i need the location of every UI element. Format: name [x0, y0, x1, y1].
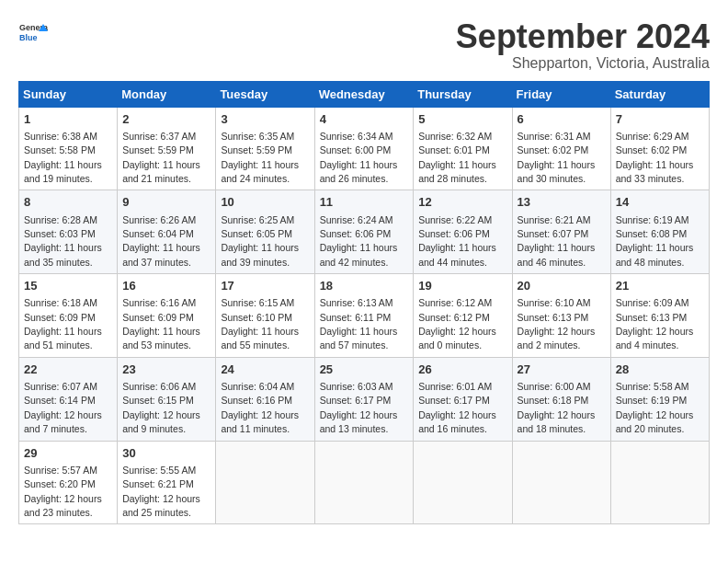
calendar-day-cell: 7Sunrise: 6:29 AMSunset: 6:02 PMDaylight… — [610, 107, 709, 190]
day-detail: Sunrise: 6:26 AMSunset: 6:04 PMDaylight:… — [122, 214, 200, 268]
day-number: 2 — [122, 111, 210, 128]
day-number: 27 — [518, 362, 606, 378]
calendar-day-cell: 19Sunrise: 6:12 AMSunset: 6:12 PMDayligh… — [414, 274, 512, 358]
calendar-day-cell: 28Sunrise: 5:58 AMSunset: 6:19 PMDayligh… — [610, 357, 709, 441]
day-detail: Sunrise: 6:35 AMSunset: 5:59 PMDaylight:… — [221, 131, 299, 184]
weekday-header: Wednesday — [314, 81, 414, 107]
calendar-day-cell: 11Sunrise: 6:24 AMSunset: 6:06 PMDayligh… — [314, 190, 414, 274]
calendar-day-cell — [610, 441, 709, 524]
calendar-day-cell: 29Sunrise: 5:57 AMSunset: 6:20 PMDayligh… — [19, 441, 118, 524]
day-detail: Sunrise: 6:31 AMSunset: 6:02 PMDaylight:… — [518, 131, 596, 184]
day-number: 26 — [418, 362, 506, 378]
day-number: 23 — [122, 362, 210, 378]
day-detail: Sunrise: 6:24 AMSunset: 6:06 PMDaylight:… — [320, 214, 398, 268]
day-detail: Sunrise: 5:57 AMSunset: 6:20 PMDaylight:… — [24, 465, 102, 518]
calendar-day-cell: 10Sunrise: 6:25 AMSunset: 6:05 PMDayligh… — [216, 190, 314, 274]
day-number: 18 — [320, 278, 409, 294]
calendar-header-row: SundayMondayTuesdayWednesdayThursdayFrid… — [19, 81, 710, 107]
day-number: 15 — [24, 278, 112, 294]
calendar-week-row: 8Sunrise: 6:28 AMSunset: 6:03 PMDaylight… — [19, 190, 710, 274]
calendar-day-cell: 24Sunrise: 6:04 AMSunset: 6:16 PMDayligh… — [216, 357, 314, 441]
day-number: 7 — [616, 111, 704, 128]
day-detail: Sunrise: 6:01 AMSunset: 6:17 PMDaylight:… — [418, 381, 496, 434]
calendar-day-cell: 21Sunrise: 6:09 AMSunset: 6:13 PMDayligh… — [610, 274, 709, 358]
day-number: 8 — [24, 194, 112, 211]
calendar-day-cell: 3Sunrise: 6:35 AMSunset: 5:59 PMDaylight… — [216, 107, 314, 190]
calendar-day-cell: 20Sunrise: 6:10 AMSunset: 6:13 PMDayligh… — [512, 274, 610, 358]
day-number: 1 — [24, 111, 112, 128]
day-number: 25 — [320, 362, 409, 378]
day-number: 4 — [320, 111, 409, 128]
weekday-header: Thursday — [414, 81, 512, 107]
calendar-day-cell — [314, 441, 414, 524]
day-number: 30 — [122, 445, 210, 462]
day-detail: Sunrise: 5:55 AMSunset: 6:21 PMDaylight:… — [122, 465, 200, 518]
day-number: 28 — [616, 362, 704, 378]
calendar-day-cell: 17Sunrise: 6:15 AMSunset: 6:10 PMDayligh… — [216, 274, 314, 358]
day-number: 17 — [221, 278, 309, 294]
calendar-day-cell: 27Sunrise: 6:00 AMSunset: 6:18 PMDayligh… — [512, 357, 610, 441]
calendar-day-cell: 14Sunrise: 6:19 AMSunset: 6:08 PMDayligh… — [610, 190, 709, 274]
day-detail: Sunrise: 6:03 AMSunset: 6:17 PMDaylight:… — [320, 381, 398, 434]
day-number: 5 — [418, 111, 506, 128]
page-header: General Blue September 2024 Shepparton, … — [18, 18, 710, 72]
calendar-day-cell — [216, 441, 314, 524]
calendar-week-row: 1Sunrise: 6:38 AMSunset: 5:58 PMDaylight… — [19, 107, 710, 190]
calendar-week-row: 22Sunrise: 6:07 AMSunset: 6:14 PMDayligh… — [19, 357, 710, 441]
day-detail: Sunrise: 6:34 AMSunset: 6:00 PMDaylight:… — [320, 131, 398, 184]
day-detail: Sunrise: 6:25 AMSunset: 6:05 PMDaylight:… — [221, 214, 299, 268]
day-detail: Sunrise: 5:58 AMSunset: 6:19 PMDaylight:… — [616, 381, 694, 434]
day-detail: Sunrise: 6:13 AMSunset: 6:11 PMDaylight:… — [320, 297, 398, 350]
day-detail: Sunrise: 6:09 AMSunset: 6:13 PMDaylight:… — [616, 297, 694, 350]
calendar-day-cell: 6Sunrise: 6:31 AMSunset: 6:02 PMDaylight… — [512, 107, 610, 190]
day-number: 22 — [24, 362, 112, 378]
day-number: 13 — [518, 194, 606, 211]
calendar-day-cell: 30Sunrise: 5:55 AMSunset: 6:21 PMDayligh… — [118, 441, 216, 524]
day-detail: Sunrise: 6:38 AMSunset: 5:58 PMDaylight:… — [24, 131, 102, 184]
calendar-day-cell: 26Sunrise: 6:01 AMSunset: 6:17 PMDayligh… — [414, 357, 512, 441]
day-number: 21 — [616, 278, 704, 294]
day-detail: Sunrise: 6:04 AMSunset: 6:16 PMDaylight:… — [221, 381, 299, 434]
day-detail: Sunrise: 6:07 AMSunset: 6:14 PMDaylight:… — [24, 381, 102, 434]
svg-text:Blue: Blue — [19, 33, 38, 42]
calendar-day-cell: 1Sunrise: 6:38 AMSunset: 5:58 PMDaylight… — [19, 107, 118, 190]
day-detail: Sunrise: 6:28 AMSunset: 6:03 PMDaylight:… — [24, 214, 102, 268]
calendar-day-cell: 23Sunrise: 6:06 AMSunset: 6:15 PMDayligh… — [118, 357, 216, 441]
day-detail: Sunrise: 6:21 AMSunset: 6:07 PMDaylight:… — [518, 214, 596, 268]
calendar-day-cell — [512, 441, 610, 524]
title-block: September 2024 Shepparton, Victoria, Aus… — [456, 18, 710, 72]
day-detail: Sunrise: 6:32 AMSunset: 6:01 PMDaylight:… — [418, 131, 496, 184]
calendar-day-cell: 15Sunrise: 6:18 AMSunset: 6:09 PMDayligh… — [19, 274, 118, 358]
day-number: 3 — [221, 111, 309, 128]
calendar-day-cell: 25Sunrise: 6:03 AMSunset: 6:17 PMDayligh… — [314, 357, 414, 441]
calendar-week-row: 15Sunrise: 6:18 AMSunset: 6:09 PMDayligh… — [19, 274, 710, 358]
weekday-header: Sunday — [19, 81, 118, 107]
calendar-day-cell: 16Sunrise: 6:16 AMSunset: 6:09 PMDayligh… — [118, 274, 216, 358]
day-detail: Sunrise: 6:19 AMSunset: 6:08 PMDaylight:… — [616, 214, 694, 268]
calendar-day-cell — [414, 441, 512, 524]
day-number: 9 — [122, 194, 210, 211]
day-detail: Sunrise: 6:18 AMSunset: 6:09 PMDaylight:… — [24, 297, 102, 350]
day-number: 11 — [320, 194, 409, 211]
day-detail: Sunrise: 6:37 AMSunset: 5:59 PMDaylight:… — [122, 131, 200, 184]
day-detail: Sunrise: 6:15 AMSunset: 6:10 PMDaylight:… — [221, 297, 299, 350]
calendar-day-cell: 9Sunrise: 6:26 AMSunset: 6:04 PMDaylight… — [118, 190, 216, 274]
day-number: 14 — [616, 194, 704, 211]
page-subtitle: Shepparton, Victoria, Australia — [456, 55, 710, 72]
calendar-day-cell: 4Sunrise: 6:34 AMSunset: 6:00 PMDaylight… — [314, 107, 414, 190]
day-number: 6 — [518, 111, 606, 128]
day-detail: Sunrise: 6:16 AMSunset: 6:09 PMDaylight:… — [122, 297, 200, 350]
day-number: 19 — [418, 278, 506, 294]
day-number: 12 — [418, 194, 506, 211]
calendar-day-cell: 5Sunrise: 6:32 AMSunset: 6:01 PMDaylight… — [414, 107, 512, 190]
weekday-header: Tuesday — [216, 81, 314, 107]
weekday-header: Friday — [512, 81, 610, 107]
day-number: 16 — [122, 278, 210, 294]
day-detail: Sunrise: 6:22 AMSunset: 6:06 PMDaylight:… — [418, 214, 496, 268]
day-detail: Sunrise: 6:29 AMSunset: 6:02 PMDaylight:… — [616, 131, 694, 184]
day-number: 29 — [24, 445, 112, 462]
day-detail: Sunrise: 6:00 AMSunset: 6:18 PMDaylight:… — [518, 381, 596, 434]
calendar-week-row: 29Sunrise: 5:57 AMSunset: 6:20 PMDayligh… — [19, 441, 710, 524]
calendar-day-cell: 12Sunrise: 6:22 AMSunset: 6:06 PMDayligh… — [414, 190, 512, 274]
calendar-day-cell: 18Sunrise: 6:13 AMSunset: 6:11 PMDayligh… — [314, 274, 414, 358]
